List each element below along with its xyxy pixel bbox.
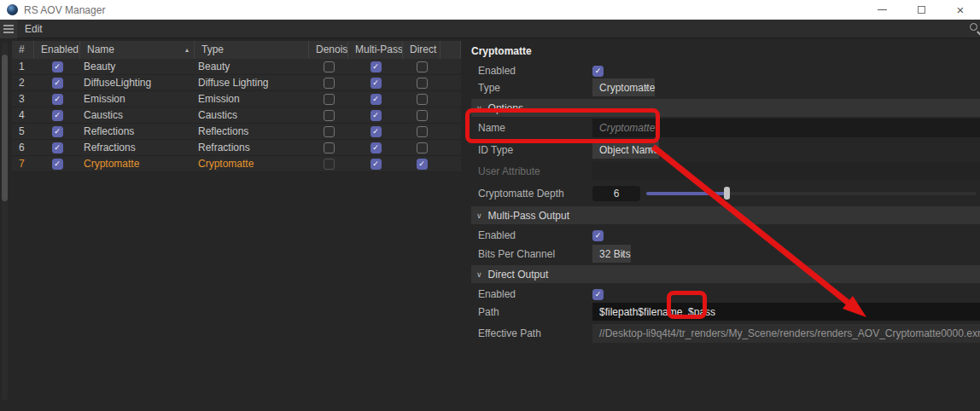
multipass-output-section-header[interactable]: ∨ Multi-Pass Output (471, 206, 980, 224)
direct-checkbox[interactable]: ✓ (417, 110, 428, 121)
chevron-collapse-icon: ∨ (476, 270, 482, 279)
effective-path-label: Effective Path (478, 327, 541, 339)
slider-handle[interactable] (724, 187, 730, 200)
direct-checkbox[interactable]: ✓ (417, 78, 428, 89)
enabled-checkbox[interactable]: ✓ (592, 66, 604, 77)
aov-name: Reflections (80, 125, 195, 137)
header-name[interactable]: Name▴ (80, 41, 195, 59)
row-number: 4 (12, 109, 34, 121)
depth-value-input[interactable]: 6 (592, 186, 640, 201)
multipass-checkbox[interactable]: ✓ (370, 61, 382, 72)
check-icon: ✓ (54, 79, 61, 87)
enabled-checkbox[interactable]: ✓ (52, 142, 63, 153)
check-icon: ✓ (372, 128, 379, 136)
enabled-checkbox[interactable]: ✓ (52, 110, 63, 121)
aov-type: Refractions (195, 142, 309, 153)
mp-enabled-checkbox[interactable]: ✓ (592, 230, 604, 241)
options-section-header[interactable]: ∨ Options (471, 99, 980, 117)
properties-panel: Cryptomatte Enabled ✓ Type Cryptomatte ▾… (461, 38, 980, 411)
direct-checkbox[interactable]: ✓ (417, 142, 428, 153)
maximize-icon (918, 6, 925, 14)
enabled-checkbox[interactable]: ✓ (52, 126, 63, 137)
header-denoise[interactable]: Denoise (309, 41, 348, 59)
window-title: RS AOV Manager (24, 4, 105, 16)
check-icon: ✓ (595, 67, 602, 75)
enabled-checkbox[interactable]: ✓ (52, 78, 63, 89)
bits-value: 32 Bits (599, 248, 631, 260)
row-number: 5 (12, 125, 34, 137)
table-row[interactable]: 2 ✓ DiffuseLighting Diffuse Lighting ✓ ✓… (12, 75, 461, 91)
scrollbar-thumb[interactable] (2, 55, 8, 201)
direct-checkbox[interactable]: ✓ (417, 159, 428, 170)
name-input[interactable] (592, 119, 980, 137)
check-icon: ✓ (54, 128, 61, 136)
table-row[interactable]: 3 ✓ Emission Emission ✓ ✓ ✓ (12, 91, 461, 107)
check-icon: ✓ (54, 96, 61, 103)
maximize-button[interactable] (901, 0, 941, 20)
header-filler (440, 41, 461, 59)
denoise-checkbox[interactable]: ✓ (324, 78, 335, 89)
path-label: Path (478, 306, 499, 318)
denoise-checkbox[interactable]: ✓ (324, 159, 335, 170)
multipass-checkbox[interactable]: ✓ (370, 159, 382, 170)
type-dropdown[interactable]: Cryptomatte ▾ (592, 78, 655, 96)
multipass-checkbox[interactable]: ✓ (370, 94, 382, 105)
chevron-collapse-icon: ∨ (476, 211, 482, 220)
denoise-checkbox[interactable]: ✓ (324, 142, 335, 153)
check-icon: ✓ (54, 160, 61, 168)
table-row[interactable]: 7 ✓ Cryptomatte Cryptomatte ✓ ✓ ✓ (12, 156, 461, 172)
header-number[interactable]: # (12, 41, 34, 59)
header-multipass[interactable]: Multi-Pass (348, 41, 403, 59)
table-header: # Enabled Name▴ Type Denoise Multi-Pass … (12, 41, 461, 59)
direct-output-section-header[interactable]: ∨ Direct Output (471, 265, 980, 283)
denoise-checkbox[interactable]: ✓ (324, 110, 335, 121)
type-label: Type (478, 82, 500, 94)
do-enabled-checkbox[interactable]: ✓ (592, 289, 604, 300)
multipass-checkbox[interactable]: ✓ (370, 142, 382, 153)
id-type-dropdown[interactable]: Object Name ▾ (592, 141, 659, 159)
enabled-checkbox[interactable]: ✓ (52, 94, 63, 105)
multipass-checkbox[interactable]: ✓ (370, 126, 382, 137)
denoise-checkbox[interactable]: ✓ (324, 126, 335, 137)
menu-edit[interactable]: Edit (25, 23, 43, 35)
direct-checkbox[interactable]: ✓ (417, 126, 428, 137)
slider-fill (646, 192, 727, 195)
sort-ascending-icon: ▴ (185, 41, 189, 59)
close-icon: × (957, 3, 965, 16)
chevron-down-icon: ▾ (650, 146, 654, 154)
bits-per-channel-dropdown[interactable]: 32 Bits ▾ (592, 245, 631, 263)
aov-type: Caustics (195, 109, 309, 121)
path-input[interactable] (592, 303, 980, 321)
header-enabled[interactable]: Enabled (34, 41, 80, 59)
multipass-checkbox[interactable]: ✓ (370, 110, 382, 121)
denoise-checkbox[interactable]: ✓ (324, 94, 335, 105)
aov-type: Diffuse Lighting (195, 77, 309, 89)
header-type[interactable]: Type (195, 41, 309, 59)
app-icon (7, 4, 18, 15)
table-row[interactable]: 1 ✓ Beauty Beauty ✓ ✓ ✓ (12, 59, 461, 75)
table-row[interactable]: 4 ✓ Caustics Caustics ✓ ✓ ✓ (12, 107, 461, 124)
table-row[interactable]: 5 ✓ Reflections Reflections ✓ ✓ ✓ (12, 124, 461, 140)
table-row[interactable]: 6 ✓ Refractions Refractions ✓ ✓ ✓ (12, 140, 461, 156)
cryptomatte-depth-label: Cryptomatte Depth (478, 188, 564, 200)
minimize-button[interactable] (862, 0, 901, 20)
aov-name: DiffuseLighting (80, 77, 195, 89)
depth-slider[interactable] (646, 186, 977, 201)
direct-checkbox[interactable]: ✓ (417, 94, 428, 105)
check-icon: ✓ (372, 96, 379, 103)
multipass-checkbox[interactable]: ✓ (370, 78, 382, 89)
enabled-checkbox[interactable]: ✓ (52, 61, 63, 72)
check-icon: ✓ (372, 144, 379, 152)
search-icon[interactable] (969, 22, 980, 36)
left-scrollbar[interactable] (2, 43, 8, 401)
bits-per-channel-label: Bits Per Channel (478, 248, 555, 260)
direct-checkbox[interactable]: ✓ (417, 61, 428, 72)
enabled-checkbox[interactable]: ✓ (52, 159, 63, 170)
header-direct[interactable]: Direct (403, 41, 440, 59)
denoise-checkbox[interactable]: ✓ (324, 61, 335, 72)
hamburger-menu-icon[interactable] (0, 20, 17, 38)
close-button[interactable]: × (941, 0, 980, 20)
check-icon: ✓ (595, 232, 602, 240)
chevron-down-icon: ▾ (621, 250, 625, 258)
mp-enabled-label: Enabled (478, 229, 516, 241)
